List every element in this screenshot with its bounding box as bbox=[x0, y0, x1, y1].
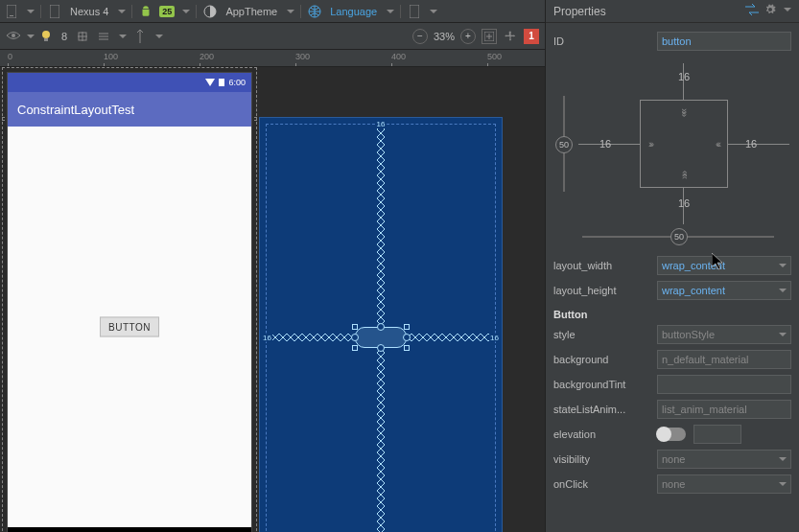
gear-icon[interactable] bbox=[764, 4, 776, 18]
section-button: Button bbox=[553, 309, 791, 320]
align-icon[interactable] bbox=[75, 29, 90, 44]
zoom-in-button[interactable]: + bbox=[460, 29, 476, 44]
theme-icon bbox=[202, 4, 218, 19]
design-canvas[interactable]: 6:00 ConstraintLayoutTest BUTTON 16 bbox=[0, 67, 545, 532]
horizontal-bias[interactable]: 50 bbox=[670, 228, 688, 245]
device-icon[interactable] bbox=[47, 4, 62, 19]
pack-icon[interactable] bbox=[96, 29, 111, 44]
design-toolbar: 8 − 33% + 1 bbox=[0, 23, 545, 50]
resize-handle[interactable] bbox=[352, 324, 358, 330]
preview-button[interactable]: BUTTON bbox=[100, 317, 159, 337]
eye-icon[interactable] bbox=[6, 30, 19, 43]
constraint-top[interactable] bbox=[376, 126, 386, 325]
svg-rect-11 bbox=[219, 79, 224, 86]
zoom-level[interactable]: 33% bbox=[434, 31, 455, 42]
battery-icon bbox=[219, 79, 224, 86]
constraint-widget[interactable]: »» »» ››› ‹‹‹ 16 16 16 16 50 50 bbox=[553, 58, 791, 249]
clock: 6:00 bbox=[228, 78, 246, 87]
elevation-input[interactable] bbox=[693, 425, 741, 444]
svg-point-6 bbox=[12, 34, 15, 37]
onclick-select[interactable]: none bbox=[657, 474, 791, 494]
language-selector[interactable]: Language bbox=[330, 6, 377, 17]
wifi-icon bbox=[205, 79, 215, 86]
orientation-icon[interactable] bbox=[407, 4, 422, 19]
visibility-select[interactable]: none bbox=[657, 450, 791, 469]
bulb-icon[interactable] bbox=[40, 30, 54, 43]
zoom-out-button[interactable]: − bbox=[412, 29, 428, 44]
svg-point-7 bbox=[42, 31, 50, 38]
nav-bar bbox=[8, 527, 251, 532]
svg-rect-1 bbox=[10, 15, 13, 16]
android-icon bbox=[138, 4, 153, 19]
status-bar: 6:00 bbox=[8, 73, 251, 92]
default-margin[interactable]: 8 bbox=[61, 31, 67, 42]
resize-handle[interactable] bbox=[404, 345, 410, 351]
config-toolbar: Nexus 4 25 AppTheme Language bbox=[0, 0, 545, 23]
blueprint-button[interactable] bbox=[355, 327, 407, 348]
anchor-bottom[interactable] bbox=[377, 344, 385, 352]
blueprint-view[interactable]: 16 16 16 16 bbox=[259, 117, 503, 532]
svg-rect-8 bbox=[44, 38, 48, 41]
anchor-left[interactable] bbox=[351, 334, 359, 341]
properties-title: Properties bbox=[553, 5, 606, 18]
error-count[interactable]: 1 bbox=[524, 29, 539, 44]
phone-icon[interactable] bbox=[4, 4, 19, 19]
ruler-horizontal: 0 100 200 300 400 500 bbox=[0, 50, 545, 67]
elevation-switch[interactable] bbox=[657, 428, 686, 441]
svg-rect-5 bbox=[410, 5, 419, 18]
guideline-icon[interactable] bbox=[132, 29, 148, 44]
id-label: ID bbox=[553, 35, 653, 47]
statelistanim-input[interactable]: list_anim_material bbox=[657, 400, 791, 419]
zoom-fit-button[interactable] bbox=[482, 29, 497, 44]
constraint-left[interactable] bbox=[268, 333, 354, 342]
device-preview[interactable]: 6:00 ConstraintLayoutTest BUTTON bbox=[8, 73, 251, 532]
globe-icon bbox=[307, 4, 322, 19]
constraint-bottom[interactable] bbox=[376, 349, 386, 532]
constraint-right[interactable] bbox=[408, 333, 494, 342]
device-content[interactable]: BUTTON bbox=[8, 127, 251, 527]
vertical-bias[interactable]: 50 bbox=[555, 136, 573, 153]
resize-handle[interactable] bbox=[352, 345, 358, 351]
style-select[interactable]: buttonStyle bbox=[657, 325, 791, 344]
anchor-right[interactable] bbox=[403, 334, 411, 341]
swap-icon[interactable] bbox=[745, 4, 759, 18]
api-level[interactable]: 25 bbox=[159, 6, 175, 17]
id-input[interactable]: button bbox=[657, 32, 791, 51]
backgroundtint-input[interactable] bbox=[657, 375, 791, 394]
pan-icon[interactable] bbox=[503, 29, 518, 44]
theme-selector[interactable]: AppTheme bbox=[225, 6, 277, 17]
layout-width-select[interactable]: wrap_content bbox=[657, 256, 791, 275]
background-input[interactable]: n_default_material bbox=[657, 350, 791, 369]
device-selector[interactable]: Nexus 4 bbox=[70, 6, 108, 17]
svg-rect-2 bbox=[50, 5, 59, 18]
anchor-top[interactable] bbox=[377, 323, 385, 331]
layout-height-select[interactable]: wrap_content bbox=[657, 281, 791, 300]
app-bar: ConstraintLayoutTest bbox=[8, 92, 251, 127]
properties-panel: Properties ID button »» »» ››› ‹‹‹ bbox=[545, 0, 799, 532]
resize-handle[interactable] bbox=[404, 324, 410, 330]
